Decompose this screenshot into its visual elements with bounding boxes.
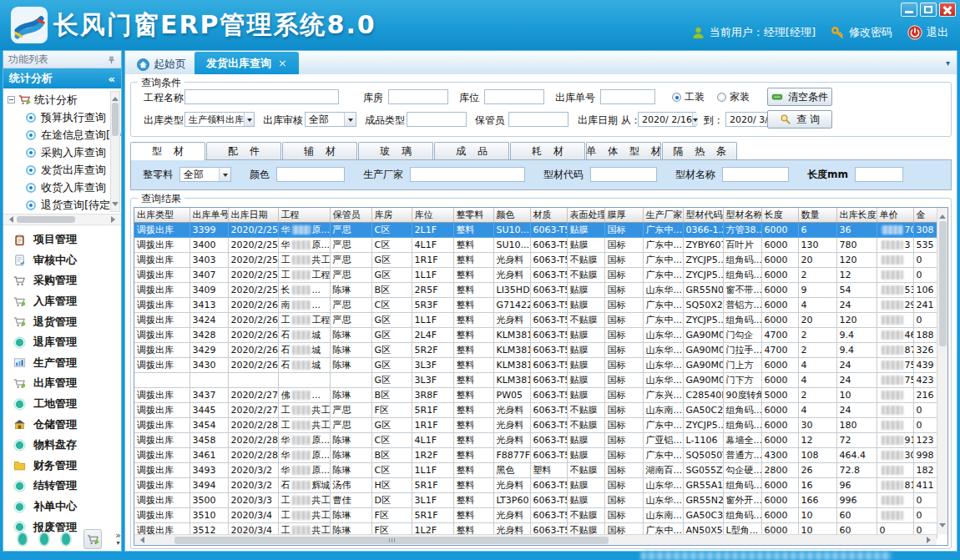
quick-circle-icon[interactable]: [62, 533, 70, 545]
table-row[interactable]: 调拨出库34302020/2/26石城陈琳G区3L3F整料KLM38176063…: [134, 357, 937, 372]
table-row[interactable]: 调拨出库34942020/3/2石辉城汤伟H区5R1F整料光身料6063-T5贴…: [134, 477, 937, 492]
column-header[interactable]: 表面处理: [567, 208, 604, 222]
tree-item[interactable]: 退货查询[待定]: [8, 196, 109, 214]
column-header[interactable]: 型材代码: [683, 208, 723, 222]
radio-jiazhuang[interactable]: 家装: [717, 90, 750, 104]
search-button[interactable]: 查 询: [767, 110, 832, 129]
table-row[interactable]: 调拨出库33992020/2/25华原...严思C区2L1F整料SU10...6…: [134, 222, 937, 237]
table-row[interactable]: 调拨出库34542020/2/28工共工程严思G区1R1F整料光身料6063-T…: [134, 417, 937, 432]
minimize-button[interactable]: [901, 3, 917, 17]
keeper-input[interactable]: [508, 112, 568, 127]
table-row[interactable]: G区3L3F整料KLM38176063-T5贴膜国标山东华...GA90M09.…: [134, 372, 937, 387]
maximize-button[interactable]: [920, 3, 937, 17]
column-header[interactable]: 型材名称: [723, 208, 761, 222]
table-row[interactable]: 调拨出库34452020/2/27工共工程严思F区5R1F整料光身料6063-T…: [134, 402, 937, 417]
table-row[interactable]: 调拨出库35102020/3/4工共工程陈琳F区5R1F整料光身料6063-T5…: [134, 507, 937, 522]
material-tab-7[interactable]: 单 体 型 材: [586, 142, 661, 159]
tab-home[interactable]: 起始页: [129, 54, 195, 74]
material-tab-2[interactable]: 配 件: [206, 142, 281, 159]
column-header[interactable]: 整零料: [453, 208, 493, 222]
column-header[interactable]: 颜色: [493, 208, 530, 222]
column-header[interactable]: 保管员: [330, 208, 371, 222]
whole-part-dropdown[interactable]: 全部: [179, 167, 231, 182]
table-row[interactable]: 调拨出库34372020/2/27佛...陈琳B区3R8F整料PW056063-…: [134, 387, 937, 402]
sidebar-item-审核中心[interactable]: 审核中心: [3, 250, 121, 271]
pin-icon[interactable]: [107, 55, 116, 64]
tree-expander-icon[interactable]: [8, 96, 15, 103]
column-header[interactable]: 库位: [412, 208, 453, 222]
code-input[interactable]: [590, 167, 657, 182]
date-from-dropdown[interactable]: 2020/ 2/16: [638, 112, 696, 127]
column-header[interactable]: 工程: [278, 208, 330, 222]
table-row[interactable]: 调拨出库34072020/2/25工工程严思G区1L1F整料光身料6063-T5…: [134, 267, 937, 282]
change-password-button[interactable]: 修改密码: [831, 25, 892, 40]
sidebar-item-出库管理[interactable]: 出库管理: [3, 373, 121, 394]
material-tab-1[interactable]: 型 材: [130, 142, 205, 160]
sidebar-item-工地管理[interactable]: 工地管理: [3, 394, 121, 415]
sidebar-item-生产管理[interactable]: 生产管理: [3, 353, 121, 374]
grid-vertical-scrollbar[interactable]: [937, 208, 947, 534]
tree-item[interactable]: 在途信息查询[待: [8, 126, 109, 144]
column-header[interactable]: 生产厂家: [643, 208, 683, 222]
close-button[interactable]: [939, 3, 956, 17]
column-header[interactable]: 金: [913, 208, 937, 222]
collapse-chevron[interactable]: «: [109, 73, 115, 85]
color-input[interactable]: [276, 167, 345, 182]
sidebar-item-退货管理[interactable]: 退货管理: [3, 311, 121, 332]
tree-item[interactable]: 采购入库查询: [8, 144, 109, 161]
table-row[interactable]: 调拨出库34282020/2/26石城陈琳G区2L4F整料KLM38176063…: [134, 327, 937, 342]
table-row[interactable]: 调拨出库34002020/2/25华原...严思C区4L1F整料SU10...6…: [134, 237, 937, 252]
grid-horizontal-scrollbar[interactable]: [134, 534, 937, 545]
project-name-input[interactable]: [184, 89, 339, 104]
column-header[interactable]: 库房: [371, 208, 412, 222]
table-row[interactable]: 调拨出库34132020/2/26南...严思C区5R3F整料G71422606…: [134, 297, 937, 312]
sidebar-item-采购管理[interactable]: 采购管理: [3, 270, 121, 291]
column-header[interactable]: 膜厚: [604, 208, 643, 222]
overflow-chevron[interactable]: »▾: [115, 532, 121, 547]
sidebar-item-物料盘存[interactable]: 物料盘存: [3, 435, 121, 456]
material-tab-6[interactable]: 耗 材: [510, 142, 585, 159]
location-input[interactable]: [484, 89, 544, 104]
sidebar-item-项目管理[interactable]: 项目管理: [3, 230, 121, 250]
sidebar-item-结转管理[interactable]: 结转管理: [3, 476, 121, 497]
material-tab-3[interactable]: 辅 材: [282, 142, 357, 159]
column-header[interactable]: 出库类型: [134, 208, 189, 222]
maker-input[interactable]: [410, 167, 525, 182]
tabbar-more-icon[interactable]: ▾: [946, 58, 950, 68]
column-header[interactable]: 长度: [761, 208, 798, 222]
tab-shipping-query[interactable]: 发货出库查询 ×: [195, 52, 299, 74]
column-header[interactable]: 出库日期: [228, 208, 278, 222]
tree-item[interactable]: 预算执行查询: [8, 108, 109, 126]
product-type-input[interactable]: [407, 112, 467, 127]
sidebar-item-财务管理[interactable]: 财务管理: [3, 456, 121, 477]
order-no-input[interactable]: [600, 89, 655, 104]
column-header[interactable]: 数量: [798, 208, 836, 222]
clear-conditions-button[interactable]: 清空条件: [767, 88, 832, 106]
column-header[interactable]: 材质: [530, 208, 567, 222]
sidebar-item-补单中心[interactable]: 补单中心: [3, 497, 121, 517]
table-row[interactable]: 调拨出库35002020/3/3工共工程曹佳D区3L1F整料LT3P606063…: [134, 492, 937, 507]
tree-horizontal-scrollbar[interactable]: [3, 214, 121, 225]
table-row[interactable]: 调拨出库34292020/2/26石城陈琳G区5R2F整料KLM38176063…: [134, 342, 937, 357]
material-tab-5[interactable]: 成 品: [434, 142, 509, 159]
quick-circle-icon[interactable]: [18, 533, 27, 545]
column-header[interactable]: 出库单号: [189, 208, 228, 222]
tree-root[interactable]: 统计分析: [8, 91, 109, 108]
table-row[interactable]: 调拨出库34242020/2/26工工程严思G区1L1F整料光身料6063-T5…: [134, 312, 937, 327]
quick-cart-button[interactable]: [83, 529, 102, 549]
tab-close-icon[interactable]: ×: [278, 57, 287, 69]
logout-button[interactable]: 退出: [907, 25, 948, 40]
tree-item[interactable]: 发货出库查询: [8, 161, 109, 179]
column-header[interactable]: 出库长度: [836, 208, 877, 222]
name-input[interactable]: [722, 167, 789, 182]
warehouse-input[interactable]: [388, 89, 448, 104]
table-row[interactable]: 调拨出库34092020/2/25长...陈琳B区2R5F整料LI35HD606…: [134, 282, 937, 297]
radio-gongzhuang[interactable]: 工装: [672, 90, 705, 104]
table-row[interactable]: 调拨出库34612020/2/28华原...陈琳B区1R2F整料F8877FT6…: [134, 447, 937, 462]
audit-dropdown[interactable]: 全部: [305, 112, 356, 127]
material-tab-8[interactable]: 隔 热 条: [662, 142, 737, 159]
out-type-dropdown[interactable]: 生产领料出库: [184, 112, 255, 127]
tree-item[interactable]: 收货入库查询: [8, 179, 109, 196]
table-row[interactable]: 调拨出库34582020/2/28华原...陈琳C区4L1F整料光身料6063-…: [134, 432, 937, 447]
quick-circle-icon[interactable]: [40, 533, 48, 545]
